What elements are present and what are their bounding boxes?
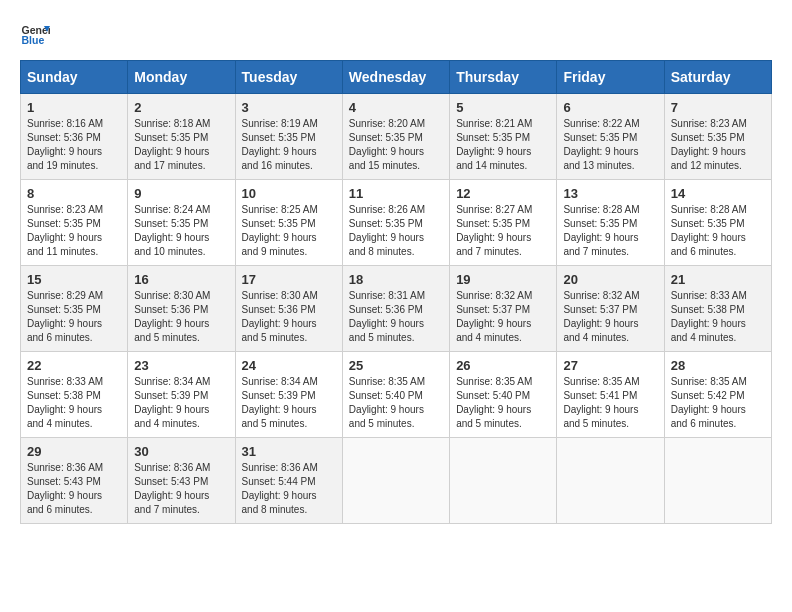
day-info: Sunrise: 8:26 AMSunset: 5:35 PMDaylight:… — [349, 204, 425, 257]
calendar-header-sunday: Sunday — [21, 61, 128, 94]
calendar-cell: 30 Sunrise: 8:36 AMSunset: 5:43 PMDaylig… — [128, 438, 235, 524]
calendar-week-row: 8 Sunrise: 8:23 AMSunset: 5:35 PMDayligh… — [21, 180, 772, 266]
calendar-week-row: 15 Sunrise: 8:29 AMSunset: 5:35 PMDaylig… — [21, 266, 772, 352]
day-number: 22 — [27, 358, 121, 373]
day-info: Sunrise: 8:18 AMSunset: 5:35 PMDaylight:… — [134, 118, 210, 171]
day-info: Sunrise: 8:34 AMSunset: 5:39 PMDaylight:… — [242, 376, 318, 429]
calendar-cell: 12 Sunrise: 8:27 AMSunset: 5:35 PMDaylig… — [450, 180, 557, 266]
calendar-cell: 18 Sunrise: 8:31 AMSunset: 5:36 PMDaylig… — [342, 266, 449, 352]
calendar-cell: 17 Sunrise: 8:30 AMSunset: 5:36 PMDaylig… — [235, 266, 342, 352]
calendar-header-saturday: Saturday — [664, 61, 771, 94]
day-info: Sunrise: 8:30 AMSunset: 5:36 PMDaylight:… — [242, 290, 318, 343]
calendar-header-row: SundayMondayTuesdayWednesdayThursdayFrid… — [21, 61, 772, 94]
calendar-cell: 5 Sunrise: 8:21 AMSunset: 5:35 PMDayligh… — [450, 94, 557, 180]
calendar-cell: 1 Sunrise: 8:16 AMSunset: 5:36 PMDayligh… — [21, 94, 128, 180]
day-info: Sunrise: 8:24 AMSunset: 5:35 PMDaylight:… — [134, 204, 210, 257]
calendar-cell — [557, 438, 664, 524]
day-info: Sunrise: 8:36 AMSunset: 5:43 PMDaylight:… — [27, 462, 103, 515]
logo: General Blue — [20, 20, 50, 50]
day-info: Sunrise: 8:35 AMSunset: 5:40 PMDaylight:… — [456, 376, 532, 429]
day-number: 15 — [27, 272, 121, 287]
day-number: 29 — [27, 444, 121, 459]
day-number: 23 — [134, 358, 228, 373]
day-number: 8 — [27, 186, 121, 201]
day-info: Sunrise: 8:31 AMSunset: 5:36 PMDaylight:… — [349, 290, 425, 343]
calendar-cell: 29 Sunrise: 8:36 AMSunset: 5:43 PMDaylig… — [21, 438, 128, 524]
day-info: Sunrise: 8:36 AMSunset: 5:43 PMDaylight:… — [134, 462, 210, 515]
calendar-header-monday: Monday — [128, 61, 235, 94]
calendar-cell: 31 Sunrise: 8:36 AMSunset: 5:44 PMDaylig… — [235, 438, 342, 524]
calendar-cell: 7 Sunrise: 8:23 AMSunset: 5:35 PMDayligh… — [664, 94, 771, 180]
day-info: Sunrise: 8:20 AMSunset: 5:35 PMDaylight:… — [349, 118, 425, 171]
calendar-cell: 3 Sunrise: 8:19 AMSunset: 5:35 PMDayligh… — [235, 94, 342, 180]
day-info: Sunrise: 8:16 AMSunset: 5:36 PMDaylight:… — [27, 118, 103, 171]
calendar-cell: 16 Sunrise: 8:30 AMSunset: 5:36 PMDaylig… — [128, 266, 235, 352]
day-info: Sunrise: 8:28 AMSunset: 5:35 PMDaylight:… — [563, 204, 639, 257]
day-number: 3 — [242, 100, 336, 115]
calendar-cell — [450, 438, 557, 524]
calendar-cell: 9 Sunrise: 8:24 AMSunset: 5:35 PMDayligh… — [128, 180, 235, 266]
day-number: 20 — [563, 272, 657, 287]
day-number: 13 — [563, 186, 657, 201]
day-info: Sunrise: 8:23 AMSunset: 5:35 PMDaylight:… — [671, 118, 747, 171]
day-info: Sunrise: 8:23 AMSunset: 5:35 PMDaylight:… — [27, 204, 103, 257]
day-number: 10 — [242, 186, 336, 201]
calendar-cell: 14 Sunrise: 8:28 AMSunset: 5:35 PMDaylig… — [664, 180, 771, 266]
day-info: Sunrise: 8:21 AMSunset: 5:35 PMDaylight:… — [456, 118, 532, 171]
calendar-week-row: 22 Sunrise: 8:33 AMSunset: 5:38 PMDaylig… — [21, 352, 772, 438]
calendar-cell: 23 Sunrise: 8:34 AMSunset: 5:39 PMDaylig… — [128, 352, 235, 438]
day-info: Sunrise: 8:36 AMSunset: 5:44 PMDaylight:… — [242, 462, 318, 515]
day-info: Sunrise: 8:25 AMSunset: 5:35 PMDaylight:… — [242, 204, 318, 257]
calendar-cell: 13 Sunrise: 8:28 AMSunset: 5:35 PMDaylig… — [557, 180, 664, 266]
day-number: 2 — [134, 100, 228, 115]
calendar-header-friday: Friday — [557, 61, 664, 94]
calendar-cell: 2 Sunrise: 8:18 AMSunset: 5:35 PMDayligh… — [128, 94, 235, 180]
day-number: 1 — [27, 100, 121, 115]
day-info: Sunrise: 8:32 AMSunset: 5:37 PMDaylight:… — [563, 290, 639, 343]
day-number: 24 — [242, 358, 336, 373]
day-info: Sunrise: 8:30 AMSunset: 5:36 PMDaylight:… — [134, 290, 210, 343]
day-number: 5 — [456, 100, 550, 115]
day-info: Sunrise: 8:33 AMSunset: 5:38 PMDaylight:… — [27, 376, 103, 429]
calendar-cell: 20 Sunrise: 8:32 AMSunset: 5:37 PMDaylig… — [557, 266, 664, 352]
day-number: 18 — [349, 272, 443, 287]
day-info: Sunrise: 8:27 AMSunset: 5:35 PMDaylight:… — [456, 204, 532, 257]
day-number: 16 — [134, 272, 228, 287]
day-info: Sunrise: 8:33 AMSunset: 5:38 PMDaylight:… — [671, 290, 747, 343]
calendar-cell: 10 Sunrise: 8:25 AMSunset: 5:35 PMDaylig… — [235, 180, 342, 266]
day-number: 21 — [671, 272, 765, 287]
calendar-cell: 6 Sunrise: 8:22 AMSunset: 5:35 PMDayligh… — [557, 94, 664, 180]
calendar-cell: 28 Sunrise: 8:35 AMSunset: 5:42 PMDaylig… — [664, 352, 771, 438]
calendar-table: SundayMondayTuesdayWednesdayThursdayFrid… — [20, 60, 772, 524]
calendar-cell — [342, 438, 449, 524]
day-info: Sunrise: 8:35 AMSunset: 5:41 PMDaylight:… — [563, 376, 639, 429]
day-number: 31 — [242, 444, 336, 459]
calendar-cell: 25 Sunrise: 8:35 AMSunset: 5:40 PMDaylig… — [342, 352, 449, 438]
day-info: Sunrise: 8:22 AMSunset: 5:35 PMDaylight:… — [563, 118, 639, 171]
day-number: 6 — [563, 100, 657, 115]
calendar-cell: 4 Sunrise: 8:20 AMSunset: 5:35 PMDayligh… — [342, 94, 449, 180]
day-number: 12 — [456, 186, 550, 201]
day-info: Sunrise: 8:35 AMSunset: 5:42 PMDaylight:… — [671, 376, 747, 429]
day-number: 26 — [456, 358, 550, 373]
page-header: General Blue — [20, 20, 772, 50]
day-number: 17 — [242, 272, 336, 287]
calendar-cell: 27 Sunrise: 8:35 AMSunset: 5:41 PMDaylig… — [557, 352, 664, 438]
calendar-header-wednesday: Wednesday — [342, 61, 449, 94]
calendar-header-tuesday: Tuesday — [235, 61, 342, 94]
calendar-cell: 11 Sunrise: 8:26 AMSunset: 5:35 PMDaylig… — [342, 180, 449, 266]
day-number: 28 — [671, 358, 765, 373]
day-info: Sunrise: 8:19 AMSunset: 5:35 PMDaylight:… — [242, 118, 318, 171]
day-number: 25 — [349, 358, 443, 373]
day-number: 11 — [349, 186, 443, 201]
day-number: 30 — [134, 444, 228, 459]
calendar-week-row: 29 Sunrise: 8:36 AMSunset: 5:43 PMDaylig… — [21, 438, 772, 524]
day-number: 14 — [671, 186, 765, 201]
calendar-cell: 8 Sunrise: 8:23 AMSunset: 5:35 PMDayligh… — [21, 180, 128, 266]
calendar-cell: 21 Sunrise: 8:33 AMSunset: 5:38 PMDaylig… — [664, 266, 771, 352]
day-number: 19 — [456, 272, 550, 287]
calendar-cell: 24 Sunrise: 8:34 AMSunset: 5:39 PMDaylig… — [235, 352, 342, 438]
day-number: 4 — [349, 100, 443, 115]
day-info: Sunrise: 8:35 AMSunset: 5:40 PMDaylight:… — [349, 376, 425, 429]
calendar-cell: 15 Sunrise: 8:29 AMSunset: 5:35 PMDaylig… — [21, 266, 128, 352]
